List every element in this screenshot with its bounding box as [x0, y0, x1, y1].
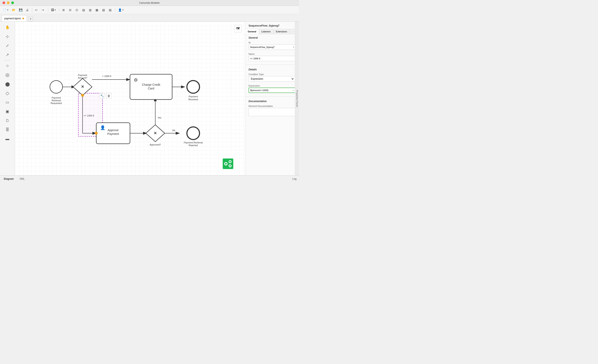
props-element-doc-input[interactable] [249, 108, 296, 116]
gateway-tool-button[interactable]: ◇ [3, 89, 12, 97]
redo-button[interactable]: ↪ [41, 7, 46, 13]
props-details-section: Details [245, 66, 299, 72]
svg-point-50 [229, 161, 231, 162]
save-button[interactable]: 💾 [18, 7, 24, 13]
distribute-h-button[interactable]: ▧ [101, 7, 107, 13]
props-expression-label: Expression [249, 84, 296, 87]
props-name-input[interactable]: >= 1000 € [249, 56, 296, 61]
svg-text:>= 1000 €: >= 1000 € [84, 114, 94, 117]
distribute-v-button[interactable]: ▨ [108, 7, 113, 13]
new-file-button[interactable]: 📄 ▼ [2, 7, 10, 13]
props-element-doc-field: Element Documentation [245, 104, 299, 117]
align-left-button[interactable]: ⊞ [61, 7, 67, 13]
props-id-input[interactable]: SequenceFlow_0yjwvg7 × [249, 44, 296, 50]
svg-text:Charge Credit: Charge Credit [142, 83, 160, 86]
intermediate-event-tool-button[interactable]: ◎ [3, 71, 12, 79]
align-center-button[interactable]: ⊟ [68, 7, 74, 13]
props-expression-clear-icon[interactable]: × [293, 89, 294, 91]
props-tab-general[interactable]: General [245, 29, 259, 34]
props-expression-input[interactable]: ${amount>=1000} × [249, 88, 296, 93]
svg-text:No: No [172, 129, 175, 132]
data-store-tool-button[interactable]: 🗄 [3, 126, 12, 134]
svg-point-25 [187, 127, 199, 140]
tab-bar: payment.bpmn + [0, 14, 299, 22]
svg-text:Payment Retrieval: Payment Retrieval [184, 141, 203, 144]
props-condition-type-field: Condition Type Expression Script [245, 72, 299, 82]
svg-point-22 [95, 132, 97, 135]
props-id-clear-icon[interactable]: × [293, 46, 294, 48]
subprocess-tool-button[interactable]: ▣ [3, 107, 12, 116]
props-tab-extensions[interactable]: Extensions [274, 29, 290, 34]
svg-text:Payment: Payment [78, 74, 87, 76]
properties-panel-label[interactable]: Properties Panel [295, 22, 299, 175]
distribute-h-icon: ▧ [102, 8, 105, 12]
maximize-button[interactable] [11, 1, 14, 4]
tab-modified-indicator [22, 18, 24, 19]
end-event-tool-button[interactable]: ⬤ [3, 80, 12, 88]
minimize-button[interactable] [7, 1, 9, 4]
svg-point-12 [81, 94, 84, 97]
insert-image-button[interactable]: 🖼 ▼ [50, 7, 58, 13]
tab-label: payment.bpmn [4, 17, 21, 20]
task-tool-icon: ▭ [6, 100, 9, 105]
start-event-tool-icon: ○ [6, 63, 9, 68]
svg-text:< 1000 €: < 1000 € [102, 75, 111, 77]
gateway-tool-icon: ◇ [6, 90, 9, 96]
select-tool-icon: ⊹ [6, 34, 9, 39]
props-divider-2 [245, 96, 299, 97]
props-condition-type-label: Condition Type [249, 73, 296, 75]
lasso-tool-button[interactable]: ⤢ [3, 41, 12, 50]
props-condition-type-select[interactable]: Expression Script [250, 77, 294, 81]
svg-text:Approved?: Approved? [150, 143, 161, 146]
align-right-button[interactable]: ⊡ [74, 7, 80, 13]
svg-text:Payment: Payment [52, 97, 61, 99]
align-bottom-icon: ▦ [96, 8, 98, 12]
canvas[interactable]: 🗺 [15, 22, 245, 175]
data-object-tool-button[interactable]: 🗋 [3, 116, 12, 125]
align-middle-button[interactable]: ▥ [88, 7, 93, 13]
task-tool-button[interactable]: ▭ [3, 98, 12, 106]
open-file-button[interactable]: 📂 [11, 7, 17, 13]
bottom-tab-diagram[interactable]: Diagram [2, 177, 15, 181]
subprocess-tool-icon: ▣ [6, 109, 9, 114]
bottom-bar: Diagram XML Log [0, 175, 299, 182]
connect-tool-button[interactable]: ↗ [3, 51, 12, 59]
props-name-value: >= 1000 € [250, 57, 260, 60]
svg-text:Received: Received [188, 98, 198, 101]
align-bottom-button[interactable]: ▦ [94, 7, 100, 13]
hand-tool-button[interactable]: ✋ [3, 23, 12, 32]
tab-payment-bpmn[interactable]: payment.bpmn [2, 15, 27, 21]
pool-tool-button[interactable]: ▬ [3, 135, 12, 143]
insert-image-arrow: ▼ [54, 9, 56, 11]
svg-text:Retrieval: Retrieval [52, 99, 61, 102]
align-top-button[interactable]: ▤ [81, 7, 87, 13]
new-file-icon: 📄 [3, 8, 7, 12]
deploy-button[interactable]: 👤 ▼ [117, 7, 125, 13]
redo-icon: ↪ [42, 8, 44, 12]
log-button[interactable]: Log [292, 178, 297, 180]
props-tab-listeners[interactable]: Listeners [259, 29, 274, 34]
props-expression-value: ${amount>=1000} [250, 89, 268, 91]
properties-panel: SequenceFlow_0yjwvg7 General Listeners E… [245, 22, 299, 175]
props-id-value: SequenceFlow_0yjwvg7 [250, 46, 275, 48]
bottom-tab-xml[interactable]: XML [18, 177, 26, 181]
props-condition-type-input[interactable]: Expression Script [249, 76, 296, 81]
undo-icon: ↩ [35, 8, 38, 12]
props-divider-1 [245, 65, 299, 65]
close-button[interactable] [2, 1, 5, 4]
deploy-arrow: ▼ [122, 9, 124, 11]
start-event-tool-button[interactable]: ○ [3, 62, 12, 70]
window-controls[interactable] [2, 1, 14, 4]
align-center-icon: ⊟ [69, 8, 71, 12]
save-icon: 💾 [19, 8, 22, 12]
undo-button[interactable]: ↩ [34, 7, 40, 13]
select-tool-button[interactable]: ⊹ [3, 32, 12, 41]
props-general-section: General [245, 34, 299, 40]
lasso-tool-icon: ⤢ [6, 43, 9, 48]
add-tab-button[interactable]: + [28, 16, 33, 21]
props-element-id-header: SequenceFlow_0yjwvg7 [245, 22, 299, 29]
title-bar: Camunda Modeler [0, 0, 299, 6]
distribute-v-icon: ▨ [109, 8, 111, 12]
save-as-button[interactable]: 🖨 [25, 7, 30, 13]
new-file-arrow: ▼ [7, 9, 9, 11]
